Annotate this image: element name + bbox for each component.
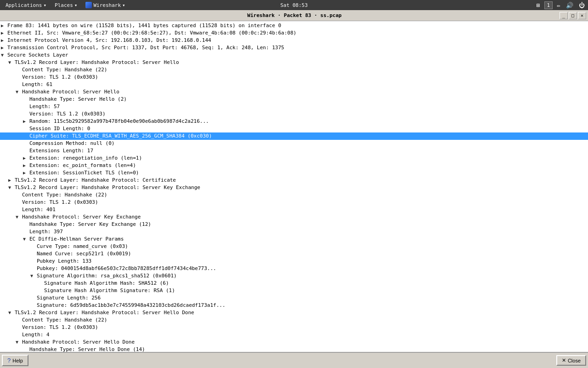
tree-line[interactable]: Handshake Type: Server Key Exchange (12): [0, 221, 588, 228]
tree-line[interactable]: Content Type: Handshake (22): [0, 191, 588, 199]
tree-line[interactable]: Pubkey: 0400154d8abf66e503c72c8bb78285df…: [0, 265, 588, 272]
tree-line-text: Pubkey Length: 133: [37, 258, 91, 265]
close-x-icon: ✕: [562, 357, 566, 363]
packet-detail-panel[interactable]: ▶Frame 83: 1441 bytes on wire (11528 bit…: [0, 21, 588, 352]
tree-line[interactable]: Length: 397: [0, 228, 588, 236]
wireshark-title-bar: Wireshark · Packet 83 · ss.pcap _ □ ✕: [0, 10, 588, 21]
tree-line[interactable]: ▼Handshake Protocol: Server Hello Done: [0, 339, 588, 346]
expand-icon[interactable]: ▼: [8, 184, 15, 191]
tree-line-text: EC Diffie-Hellman Server Params: [29, 236, 124, 243]
expand-icon[interactable]: ▶: [8, 177, 15, 184]
expand-icon[interactable]: ▶: [23, 118, 29, 125]
expand-icon[interactable]: ▼: [16, 339, 22, 346]
tree-line[interactable]: Length: 57: [0, 103, 588, 110]
tree-line[interactable]: ▼Signature Algorithm: rsa_pkcs1_sha512 (…: [0, 272, 588, 280]
expand-icon[interactable]: ▼: [8, 59, 15, 66]
tree-line[interactable]: Signature Hash Algorithm Signature: RSA …: [0, 287, 588, 294]
tree-line-text: Signature Hash Algorithm Signature: RSA …: [44, 287, 175, 294]
tree-line-text: Content Type: Handshake (22): [22, 191, 107, 199]
tree-line-text: Frame 83: 1441 bytes on wire (11528 bits…: [7, 22, 281, 29]
tree-line[interactable]: Signature Hash Algorithm Hash: SHA512 (6…: [0, 280, 588, 287]
power-icon: ⏻: [577, 2, 586, 9]
tree-line[interactable]: Signature: 6d59db5ac1bb3e7c74559948a4321…: [0, 302, 588, 309]
maximize-button[interactable]: □: [569, 12, 577, 19]
tree-line-text: Ethernet II, Src: Vmware_68:5e:27 (00:0c…: [7, 29, 296, 37]
tree-line-text: Secure Sockets Layer: [7, 52, 68, 59]
tree-line[interactable]: ▶Frame 83: 1441 bytes on wire (11528 bit…: [0, 22, 588, 29]
expand-icon[interactable]: ▶: [23, 162, 29, 169]
tree-line-text: Handshake Protocol: Server Key Exchange: [22, 213, 141, 221]
tree-line-text: Extension: SessionTicket TLS (len=0): [29, 169, 139, 177]
tree-line[interactable]: Handshake Type: Server Hello Done (14): [0, 346, 588, 352]
expand-icon[interactable]: ▼: [16, 88, 22, 96]
tree-line[interactable]: ▼Secure Sockets Layer: [0, 52, 588, 59]
system-top-bar: Applications ▾ Places ▾ Wireshark ▾ Sat …: [0, 0, 588, 10]
expand-icon[interactable]: ▶: [1, 44, 7, 52]
tree-line[interactable]: Content Type: Handshake (22): [0, 316, 588, 324]
tree-line[interactable]: Version: TLS 1.2 (0x0303): [0, 74, 588, 81]
places-menu[interactable]: Places ▾: [51, 1, 81, 9]
expand-icon[interactable]: ▶: [23, 155, 29, 162]
tree-line[interactable]: Pubkey Length: 133: [0, 258, 588, 265]
tree-line[interactable]: Session ID Length: 0: [0, 125, 588, 132]
tree-line[interactable]: Handshake Type: Server Hello (2): [0, 96, 588, 103]
expand-icon[interactable]: ▼: [23, 236, 29, 243]
expand-icon[interactable]: ▶: [1, 37, 7, 44]
tree-line[interactable]: Version: TLS 1.2 (0x0303): [0, 199, 588, 206]
tree-line[interactable]: Cipher Suite: TLS_ECDHE_RSA_WITH_AES_256…: [0, 132, 588, 140]
expand-icon[interactable]: ▶: [23, 169, 29, 177]
tree-line[interactable]: Compression Method: null (0): [0, 140, 588, 147]
minimize-button[interactable]: _: [560, 12, 568, 19]
tree-line-text: Handshake Type: Server Key Exchange (12): [29, 221, 151, 228]
close-window-button[interactable]: ✕: [578, 12, 586, 19]
workspace-num[interactable]: 1: [544, 1, 553, 9]
expand-icon[interactable]: ▼: [1, 52, 7, 59]
tree-line[interactable]: ▶TLSv1.2 Record Layer: Handshake Protoco…: [0, 177, 588, 184]
tree-line[interactable]: ▶Transmission Control Protocol, Src Port…: [0, 44, 588, 52]
tree-line-text: Signature Length: 256: [37, 294, 101, 302]
help-button[interactable]: ? Help: [2, 355, 28, 366]
window-controls: _ □ ✕: [560, 12, 586, 19]
tree-line[interactable]: ▼TLSv1.2 Record Layer: Handshake Protoco…: [0, 184, 588, 191]
tree-line-text: Signature Hash Algorithm Hash: SHA512 (6…: [44, 280, 169, 287]
tree-line[interactable]: ▶Ethernet II, Src: Vmware_68:5e:27 (00:0…: [0, 29, 588, 37]
tree-line-text: Handshake Type: Server Hello Done (14): [29, 346, 145, 352]
tree-line[interactable]: ▼Handshake Protocol: Server Key Exchange: [0, 213, 588, 221]
tree-line[interactable]: ▶Extension: SessionTicket TLS (len=0): [0, 169, 588, 177]
expand-icon[interactable]: ▼: [16, 213, 22, 221]
tree-line-text: TLSv1.2 Record Layer: Handshake Protocol…: [15, 184, 200, 191]
expand-icon[interactable]: ▶: [1, 29, 7, 37]
tree-line[interactable]: ▶Extension: renegotiation_info (len=1): [0, 155, 588, 162]
tree-line-text: Length: 4: [22, 331, 50, 339]
tree-line[interactable]: Named Curve: secp521r1 (0x0019): [0, 250, 588, 258]
tree-line-text: Compression Method: null (0): [29, 140, 114, 147]
tree-line[interactable]: Signature Length: 256: [0, 294, 588, 302]
pencil-icon: ✏: [555, 2, 562, 9]
tree-line[interactable]: Length: 401: [0, 206, 588, 213]
expand-icon[interactable]: ▶: [1, 22, 7, 29]
close-button[interactable]: ✕ Close: [556, 355, 586, 366]
tree-line[interactable]: ▼EC Diffie-Hellman Server Params: [0, 236, 588, 243]
expand-icon[interactable]: ▼: [30, 272, 37, 280]
tree-line[interactable]: Length: 61: [0, 81, 588, 88]
tree-line[interactable]: ▶Internet Protocol Version 4, Src: 192.1…: [0, 37, 588, 44]
tree-line[interactable]: ▼TLSv1.2 Record Layer: Handshake Protoco…: [0, 59, 588, 66]
tree-line[interactable]: ▼TLSv1.2 Record Layer: Handshake Protoco…: [0, 309, 588, 316]
applications-menu[interactable]: Applications ▾: [2, 1, 50, 9]
tree-line[interactable]: ▼Handshake Protocol: Server Hello: [0, 88, 588, 96]
top-bar-right: ⊞ 1 ✏ 🔊 ⏻: [535, 1, 586, 9]
tree-line[interactable]: ▶Extension: ec_point_formats (len=4): [0, 162, 588, 169]
tree-line[interactable]: Extensions Length: 17: [0, 147, 588, 155]
tree-line-text: Handshake Protocol: Server Hello: [22, 88, 119, 96]
tree-line-text: Extension: ec_point_formats (len=4): [29, 162, 136, 169]
tree-line[interactable]: Curve Type: named_curve (0x03): [0, 243, 588, 250]
window-title: Wireshark · Packet 83 · ss.pcap: [29, 12, 560, 18]
tree-line[interactable]: Length: 4: [0, 331, 588, 339]
wireshark-menu[interactable]: Wireshark ▾: [82, 1, 129, 9]
tree-line[interactable]: Version: TLS 1.2 (0x0303): [0, 110, 588, 118]
tree-line[interactable]: ▶Random: 115c5b2929582a997b478fb04e0e90e…: [0, 118, 588, 125]
tree-line[interactable]: Version: TLS 1.2 (0x0303): [0, 324, 588, 331]
tree-line-text: Internet Protocol Version 4, Src: 192.16…: [7, 37, 211, 44]
tree-line[interactable]: Content Type: Handshake (22): [0, 66, 588, 74]
expand-icon[interactable]: ▼: [8, 309, 15, 316]
